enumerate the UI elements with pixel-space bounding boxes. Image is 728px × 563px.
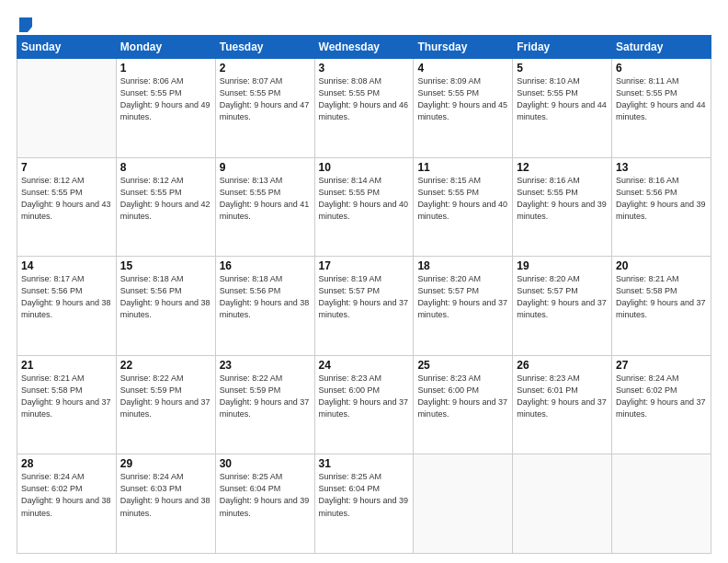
weekday-header-tuesday: Tuesday [215,36,314,59]
day-info: Sunrise: 8:12 AM Sunset: 5:55 PM Dayligh… [21,175,112,223]
calendar-cell: 20Sunrise: 8:21 AM Sunset: 5:58 PM Dayli… [612,257,711,356]
day-number: 25 [417,359,508,372]
calendar-cell: 22Sunrise: 8:22 AM Sunset: 5:59 PM Dayli… [116,355,215,454]
calendar-cell: 12Sunrise: 8:16 AM Sunset: 5:55 PM Dayli… [513,157,612,257]
day-info: Sunrise: 8:16 AM Sunset: 5:55 PM Dayligh… [517,175,608,223]
weekday-header-wednesday: Wednesday [314,36,414,59]
calendar-cell: 19Sunrise: 8:20 AM Sunset: 5:57 PM Dayli… [513,257,612,356]
calendar-cell: 24Sunrise: 8:23 AM Sunset: 6:00 PM Dayli… [314,355,414,454]
day-number: 27 [616,359,707,372]
day-number: 1 [120,62,211,75]
day-number: 31 [319,457,410,470]
calendar-cell [414,454,513,554]
day-info: Sunrise: 8:13 AM Sunset: 5:55 PM Dayligh… [220,175,311,223]
calendar-cell [612,454,711,554]
day-info: Sunrise: 8:25 AM Sunset: 6:04 PM Dayligh… [220,471,311,519]
week-row-5: 28Sunrise: 8:24 AM Sunset: 6:02 PM Dayli… [17,454,711,554]
day-number: 13 [616,161,707,174]
day-number: 21 [21,359,112,372]
day-info: Sunrise: 8:23 AM Sunset: 6:00 PM Dayligh… [417,373,508,420]
day-info: Sunrise: 8:08 AM Sunset: 5:55 PM Dayligh… [319,75,410,123]
day-info: Sunrise: 8:21 AM Sunset: 5:58 PM Dayligh… [616,273,707,321]
day-number: 18 [417,259,508,272]
day-info: Sunrise: 8:23 AM Sunset: 6:01 PM Dayligh… [517,373,608,420]
day-info: Sunrise: 8:07 AM Sunset: 5:55 PM Dayligh… [220,75,311,123]
calendar-cell: 28Sunrise: 8:24 AM Sunset: 6:02 PM Dayli… [17,454,117,554]
calendar-table: SundayMondayTuesdayWednesdayThursdayFrid… [17,35,711,554]
day-number: 24 [319,359,410,372]
day-info: Sunrise: 8:18 AM Sunset: 5:56 PM Dayligh… [220,273,311,321]
day-number: 30 [220,457,311,470]
day-number: 19 [517,259,608,272]
day-number: 17 [319,259,410,272]
calendar-cell: 13Sunrise: 8:16 AM Sunset: 5:56 PM Dayli… [612,157,711,257]
calendar-cell: 23Sunrise: 8:22 AM Sunset: 5:59 PM Dayli… [215,355,314,454]
calendar-cell: 30Sunrise: 8:25 AM Sunset: 6:04 PM Dayli… [215,454,314,554]
weekday-header-thursday: Thursday [414,36,513,59]
day-number: 3 [319,62,410,75]
calendar-cell: 2Sunrise: 8:07 AM Sunset: 5:55 PM Daylig… [215,59,314,158]
weekday-header-friday: Friday [513,36,612,59]
calendar-cell: 3Sunrise: 8:08 AM Sunset: 5:55 PM Daylig… [314,59,414,158]
day-number: 29 [120,457,211,470]
day-info: Sunrise: 8:09 AM Sunset: 5:55 PM Dayligh… [417,75,508,123]
calendar-cell: 5Sunrise: 8:10 AM Sunset: 5:55 PM Daylig… [513,59,612,158]
day-number: 10 [319,161,410,174]
day-number: 28 [21,457,112,470]
page: SundayMondayTuesdayWednesdayThursdayFrid… [0,0,728,563]
svg-marker-0 [19,17,32,32]
week-row-1: 1Sunrise: 8:06 AM Sunset: 5:55 PM Daylig… [17,59,711,158]
calendar-cell: 21Sunrise: 8:21 AM Sunset: 5:58 PM Dayli… [17,355,117,454]
day-number: 20 [616,259,707,272]
day-number: 5 [517,62,608,75]
day-number: 26 [517,359,608,372]
week-row-3: 14Sunrise: 8:17 AM Sunset: 5:56 PM Dayli… [17,257,711,356]
calendar-cell: 26Sunrise: 8:23 AM Sunset: 6:01 PM Dayli… [513,355,612,454]
day-number: 12 [517,161,608,174]
day-info: Sunrise: 8:11 AM Sunset: 5:55 PM Dayligh… [616,75,707,123]
day-info: Sunrise: 8:06 AM Sunset: 5:55 PM Dayligh… [120,75,211,123]
calendar-cell: 11Sunrise: 8:15 AM Sunset: 5:55 PM Dayli… [414,157,513,257]
day-number: 22 [120,359,211,372]
week-row-2: 7Sunrise: 8:12 AM Sunset: 5:55 PM Daylig… [17,157,711,257]
day-number: 9 [220,161,311,174]
day-info: Sunrise: 8:24 AM Sunset: 6:03 PM Dayligh… [120,471,211,519]
calendar-cell: 10Sunrise: 8:14 AM Sunset: 5:55 PM Dayli… [314,157,414,257]
calendar-cell: 27Sunrise: 8:24 AM Sunset: 6:02 PM Dayli… [612,355,711,454]
day-number: 14 [21,259,112,272]
day-info: Sunrise: 8:25 AM Sunset: 6:04 PM Dayligh… [319,471,410,519]
day-info: Sunrise: 8:21 AM Sunset: 5:58 PM Dayligh… [21,373,112,420]
weekday-header-sunday: Sunday [17,36,117,59]
day-number: 7 [21,161,112,174]
day-info: Sunrise: 8:18 AM Sunset: 5:56 PM Dayligh… [120,273,211,321]
calendar-cell [17,59,117,158]
calendar-cell: 14Sunrise: 8:17 AM Sunset: 5:56 PM Dayli… [17,257,117,356]
calendar-cell: 8Sunrise: 8:12 AM Sunset: 5:55 PM Daylig… [116,157,215,257]
calendar-cell: 25Sunrise: 8:23 AM Sunset: 6:00 PM Dayli… [414,355,513,454]
day-info: Sunrise: 8:20 AM Sunset: 5:57 PM Dayligh… [517,273,608,321]
weekday-header-row: SundayMondayTuesdayWednesdayThursdayFrid… [17,36,711,59]
day-info: Sunrise: 8:16 AM Sunset: 5:56 PM Dayligh… [616,175,707,223]
day-info: Sunrise: 8:24 AM Sunset: 6:02 PM Dayligh… [616,373,707,420]
day-info: Sunrise: 8:22 AM Sunset: 5:59 PM Dayligh… [220,373,311,420]
calendar-cell: 29Sunrise: 8:24 AM Sunset: 6:03 PM Dayli… [116,454,215,554]
logo-icon [17,17,34,33]
calendar-cell: 16Sunrise: 8:18 AM Sunset: 5:56 PM Dayli… [215,257,314,356]
day-number: 23 [220,359,311,372]
calendar-cell: 15Sunrise: 8:18 AM Sunset: 5:56 PM Dayli… [116,257,215,356]
day-number: 15 [120,259,211,272]
calendar-cell: 9Sunrise: 8:13 AM Sunset: 5:55 PM Daylig… [215,157,314,257]
day-number: 4 [417,62,508,75]
weekday-header-monday: Monday [116,36,215,59]
calendar-cell: 6Sunrise: 8:11 AM Sunset: 5:55 PM Daylig… [612,59,711,158]
calendar-cell: 17Sunrise: 8:19 AM Sunset: 5:57 PM Dayli… [314,257,414,356]
logo [17,17,35,28]
day-info: Sunrise: 8:24 AM Sunset: 6:02 PM Dayligh… [21,471,112,519]
calendar-cell [513,454,612,554]
day-number: 6 [616,62,707,75]
day-info: Sunrise: 8:14 AM Sunset: 5:55 PM Dayligh… [319,175,410,223]
day-number: 11 [417,161,508,174]
day-info: Sunrise: 8:15 AM Sunset: 5:55 PM Dayligh… [417,175,508,223]
day-info: Sunrise: 8:10 AM Sunset: 5:55 PM Dayligh… [517,75,608,123]
day-info: Sunrise: 8:22 AM Sunset: 5:59 PM Dayligh… [120,373,211,420]
